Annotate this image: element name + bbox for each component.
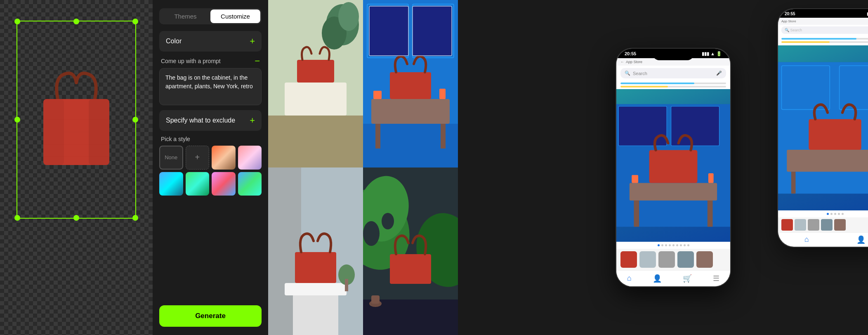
front-nav-home[interactable]: ⌂ <box>627 274 632 283</box>
phones-panel: 20:55 ▮▮▮ ▲ 🔋 App Store 🔍 Search <box>458 0 868 335</box>
style-label: Pick a style <box>159 136 262 142</box>
front-dot-3 <box>665 244 667 246</box>
front-dots-row <box>616 242 730 249</box>
front-progress-section <box>616 81 730 89</box>
back-thumb-5[interactable] <box>834 219 846 231</box>
tabs-container: Themes Customize <box>159 8 262 24</box>
front-progress-bar-1 <box>620 83 726 84</box>
back-progress-bar-1 <box>781 38 868 40</box>
back-dots <box>778 210 868 217</box>
style-swatch-3[interactable] <box>159 172 183 196</box>
style-grid: None + <box>159 146 262 196</box>
svg-rect-49 <box>791 172 796 193</box>
exclude-label: Specify what to exclude <box>166 117 235 124</box>
back-search[interactable]: 🔍 Search <box>781 26 868 34</box>
color-expand-button[interactable]: + <box>250 37 255 46</box>
front-status-icons: ▮▮▮ ▲ 🔋 <box>702 51 722 57</box>
generate-button[interactable]: Generate <box>159 305 262 327</box>
phone-screen: 20:55 ▮▮▮ ▲ 🔋 ← App Store 🔍 Search 🎤 <box>616 49 730 286</box>
back-thumb-4[interactable] <box>821 219 833 231</box>
handle-bl[interactable] <box>14 215 20 221</box>
generated-image-4[interactable] <box>363 168 458 335</box>
back-thumb-3[interactable] <box>808 219 819 231</box>
svg-rect-43 <box>390 254 431 284</box>
front-nav-cart[interactable]: 🛒 <box>683 274 692 283</box>
generated-image-2[interactable] <box>363 0 458 168</box>
back-progress-bar-2 <box>781 41 868 43</box>
front-dot-7 <box>680 244 682 246</box>
style-swatch-6[interactable] <box>238 172 262 196</box>
svg-rect-23 <box>373 91 382 99</box>
dot-2 <box>830 213 833 215</box>
generated-image-1[interactable] <box>268 0 363 168</box>
svg-rect-60 <box>708 173 714 183</box>
style-add[interactable]: + <box>186 146 210 170</box>
back-progress <box>778 35 868 45</box>
dot-5 <box>842 213 844 215</box>
front-search-bar[interactable]: 🔍 Search 🎤 <box>620 68 726 78</box>
handle-tm[interactable] <box>73 19 79 24</box>
back-thumb-2[interactable] <box>795 219 806 231</box>
back-search-text: Search <box>790 28 802 32</box>
back-statusbar: 20:55 ▮▮▮ ▲ 🔋 <box>778 9 868 18</box>
add-icon: + <box>195 153 200 162</box>
front-back-arrow[interactable]: ← <box>620 60 624 64</box>
handle-tl[interactable] <box>14 19 20 24</box>
front-thumb-5[interactable] <box>696 251 713 268</box>
front-nav-menu[interactable]: ☰ <box>713 274 719 283</box>
front-nav-bar: ⌂ 👤 🛒 ☰ <box>616 270 730 286</box>
svg-rect-51 <box>809 119 861 150</box>
svg-rect-56 <box>634 201 639 227</box>
style-swatch-2[interactable] <box>238 146 262 170</box>
style-swatch-1[interactable] <box>212 146 236 170</box>
style-swatch-5[interactable] <box>212 172 236 196</box>
front-nav-profile[interactable]: 👤 <box>653 274 662 283</box>
svg-point-38 <box>363 221 380 246</box>
front-thumb-4[interactable] <box>677 251 694 268</box>
svg-point-39 <box>382 213 394 229</box>
phone-notch <box>653 49 694 60</box>
dot-4 <box>838 213 840 215</box>
svg-rect-59 <box>632 175 638 183</box>
front-progress-fill-2 <box>620 86 668 87</box>
front-thumb-2[interactable] <box>639 251 656 268</box>
back-thumbnails <box>778 217 868 232</box>
svg-rect-8 <box>268 116 363 168</box>
exclude-section: Specify what to exclude + <box>159 110 262 131</box>
handle-ml[interactable] <box>14 117 20 123</box>
back-nav-profile[interactable]: 👤 <box>856 235 866 244</box>
back-nav-home[interactable]: ⌂ <box>804 235 809 244</box>
none-label: None <box>165 154 177 160</box>
prompt-label-row: Come up with a prompt − <box>159 57 262 66</box>
phone-front-outer: 20:55 ▮▮▮ ▲ 🔋 ← App Store 🔍 Search 🎤 <box>616 48 731 287</box>
exclude-expand-button[interactable]: + <box>250 116 255 125</box>
prompt-collapse-button[interactable]: − <box>255 57 260 66</box>
front-thumb-3[interactable] <box>658 251 675 268</box>
phone-front: 20:55 ▮▮▮ ▲ 🔋 ← App Store 🔍 Search 🎤 <box>616 48 731 287</box>
handle-tr[interactable] <box>132 19 138 24</box>
back-progress-fill-2 <box>781 41 830 43</box>
tab-customize[interactable]: Customize <box>210 9 260 23</box>
prompt-input[interactable]: The bag is on the cabinet, in the apartm… <box>159 68 262 105</box>
front-thumb-1[interactable] <box>620 251 637 268</box>
front-progress-fill-1 <box>620 83 694 84</box>
handle-mr[interactable] <box>132 117 138 123</box>
front-dot-4 <box>669 244 671 246</box>
svg-rect-19 <box>371 99 450 124</box>
generated-image-3[interactable] <box>268 168 363 335</box>
handle-br[interactable] <box>132 215 138 221</box>
dot-1 <box>827 213 829 215</box>
style-swatch-4[interactable] <box>186 172 210 196</box>
style-section: Pick a style None + <box>159 136 262 196</box>
front-mic-icon[interactable]: 🎤 <box>716 71 722 76</box>
front-thumbnails <box>616 249 730 270</box>
front-progress-bar-2 <box>620 86 726 87</box>
back-thumb-1[interactable] <box>781 219 793 231</box>
svg-rect-54 <box>671 106 719 146</box>
phone-back-screen: 20:55 ▮▮▮ ▲ 🔋 App Store 🔍 Search <box>778 9 868 247</box>
svg-rect-14 <box>297 60 334 83</box>
tab-themes[interactable]: Themes <box>160 9 210 23</box>
svg-rect-53 <box>618 106 667 146</box>
handle-bm[interactable] <box>73 215 79 221</box>
style-none[interactable]: None <box>159 146 183 170</box>
